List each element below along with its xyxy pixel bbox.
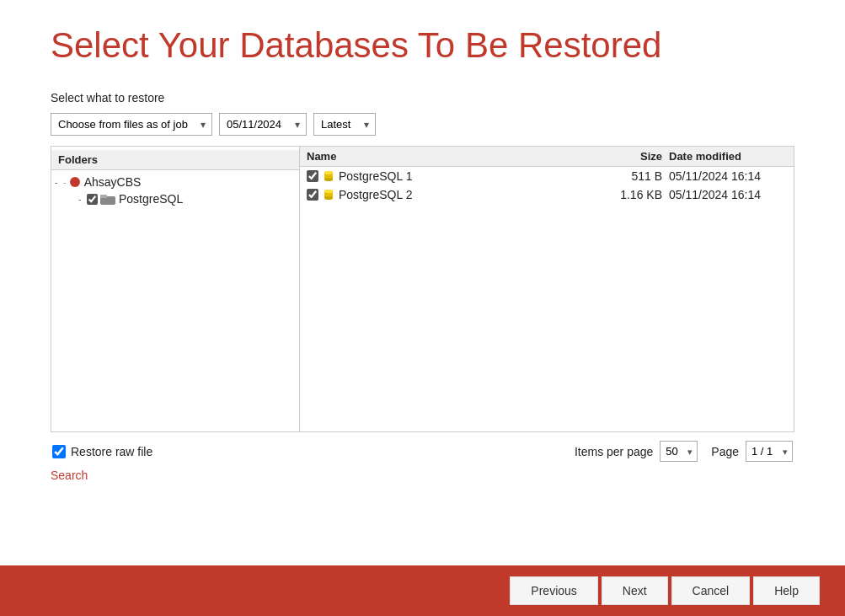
file-name-1: PostgreSQL 2 <box>339 188 602 201</box>
restore-raw-checkbox[interactable] <box>52 445 66 458</box>
tree-dash: - <box>63 177 67 187</box>
size-col-header: Size <box>602 150 669 163</box>
controls-row: Choose from files as of job 05/11/2024 L… <box>51 113 794 136</box>
db-icon-0 <box>322 169 335 183</box>
tree-label-postgresql: PostgreSQL <box>119 192 183 206</box>
file-pane-header: Name Size Date modified <box>300 147 794 167</box>
latest-dropdown[interactable]: Latest <box>313 113 376 136</box>
search-link[interactable]: Search <box>51 469 794 482</box>
svg-point-10 <box>324 190 333 193</box>
file-check-1[interactable] <box>307 189 318 201</box>
file-browser: Folders - - AhsayCBS - <box>51 146 794 432</box>
cancel-button[interactable]: Cancel <box>671 576 751 605</box>
db-icon-1 <box>322 188 335 201</box>
page-title: Select Your Databases To Be Restored <box>51 25 794 66</box>
file-row[interactable]: PostgreSQL 21.16 KB05/11/2024 16:14 <box>300 185 794 204</box>
tree-check-postgresql[interactable] <box>87 194 98 205</box>
footer: Previous Next Cancel Help <box>0 565 845 616</box>
name-col-header: Name <box>307 150 602 163</box>
pagination-section: Items per page 50 Page 1 / 1 <box>575 441 793 462</box>
svg-point-0 <box>70 177 80 187</box>
file-name-wrapper-1: PostgreSQL 2 <box>322 188 602 201</box>
restore-raw-section: Restore raw file <box>52 445 152 458</box>
page-wrapper: 1 / 1 <box>746 441 793 462</box>
svg-point-5 <box>324 178 333 181</box>
items-per-page-label: Items per page <box>575 445 653 458</box>
previous-button[interactable]: Previous <box>510 576 597 605</box>
restore-raw-label: Restore raw file <box>71 445 152 458</box>
items-per-page-wrapper: 50 <box>660 441 698 462</box>
file-date-1: 05/11/2024 16:14 <box>669 188 787 201</box>
files-as-of-job-dropdown[interactable]: Choose from files as of job <box>51 113 212 136</box>
bottom-bar: Restore raw file Items per page 50 Page … <box>51 441 794 462</box>
latest-dropdown-wrapper: Latest <box>313 113 376 136</box>
svg-point-9 <box>324 196 333 200</box>
svg-rect-2 <box>100 195 107 198</box>
items-per-page-select[interactable]: 50 <box>660 441 698 462</box>
tree-label-ahsaycbs: AhsayCBS <box>84 175 142 189</box>
help-button[interactable]: Help <box>753 576 820 605</box>
file-pane: Name Size Date modified PostgreSQL 1511 … <box>300 147 794 431</box>
ahsaycbs-icon <box>69 176 81 188</box>
folder-icon-postgresql <box>100 193 115 205</box>
date-dropdown-wrapper: 05/11/2024 <box>219 113 307 136</box>
tree-toggle-ahsaycbs[interactable]: - <box>55 178 63 187</box>
folder-pane: Folders - - AhsayCBS - <box>51 147 300 431</box>
file-date-0: 05/11/2024 16:14 <box>669 169 787 183</box>
tree-item-postgresql[interactable]: - PostgreSQL <box>75 190 299 207</box>
file-list: PostgreSQL 1511 B05/11/2024 16:14 Postgr… <box>300 167 794 431</box>
tree-item-ahsaycbs[interactable]: - - AhsayCBS <box>51 174 299 190</box>
file-name-wrapper-0: PostgreSQL 1 <box>322 169 602 183</box>
folder-col-header: Folders <box>51 150 299 170</box>
folder-tree: - - AhsayCBS - Po <box>51 170 299 211</box>
page-label: Page <box>711 445 739 458</box>
date-col-header: Date modified <box>669 150 787 163</box>
file-row[interactable]: PostgreSQL 1511 B05/11/2024 16:14 <box>300 167 794 185</box>
next-button[interactable]: Next <box>602 576 668 605</box>
files-as-of-job-dropdown-wrapper: Choose from files as of job <box>51 113 212 136</box>
date-dropdown[interactable]: 05/11/2024 <box>219 113 307 136</box>
tree-toggle-pg[interactable]: - <box>78 195 87 204</box>
file-size-1: 1.16 KB <box>602 188 669 201</box>
section-label: Select what to restore <box>51 91 794 104</box>
page-select[interactable]: 1 / 1 <box>746 441 793 462</box>
file-size-0: 511 B <box>602 169 669 183</box>
svg-point-6 <box>324 171 333 174</box>
file-check-0[interactable] <box>307 170 318 182</box>
file-name-0: PostgreSQL 1 <box>339 169 602 183</box>
